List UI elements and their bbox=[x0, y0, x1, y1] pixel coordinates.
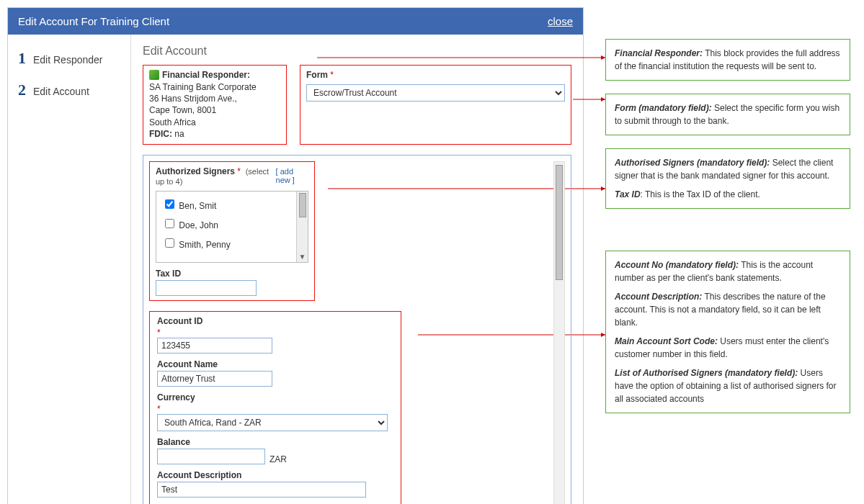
chevron-down-icon[interactable]: ▼ bbox=[299, 251, 306, 262]
responder-line: South Africa bbox=[149, 117, 280, 128]
signer-checkbox[interactable] bbox=[165, 238, 174, 248]
required-marker: * bbox=[157, 404, 161, 414]
form-block: Form * Escrow/Trust Account bbox=[300, 65, 571, 145]
modal-title: Edit Account For Training Client bbox=[18, 15, 169, 27]
in-network-icon bbox=[149, 70, 159, 80]
balance-input[interactable] bbox=[157, 449, 265, 464]
add-new-signer-link[interactable]: [ add new ] bbox=[276, 167, 308, 184]
signer-item[interactable]: Smith, Penny bbox=[161, 233, 292, 253]
scrollbar-thumb[interactable] bbox=[556, 165, 563, 280]
step-number: 1 bbox=[18, 49, 26, 68]
signer-item[interactable]: Ben, Smit bbox=[161, 194, 292, 214]
fdic-label: FDIC: bbox=[149, 129, 172, 139]
wizard-sidebar: 1 Edit Responder 2 Edit Account bbox=[8, 35, 130, 504]
panel-heading: Edit Account bbox=[143, 45, 571, 58]
account-desc-input[interactable] bbox=[157, 482, 366, 498]
details-card: Authorized Signers * (select up to 4) [ … bbox=[143, 155, 571, 504]
signers-label: Authorized Signers bbox=[156, 166, 235, 176]
step-number: 2 bbox=[18, 81, 26, 99]
signer-checkbox[interactable] bbox=[165, 199, 174, 209]
account-id-input[interactable] bbox=[157, 338, 272, 354]
currency-select[interactable]: South Africa, Rand - ZAR bbox=[157, 414, 388, 431]
account-desc-label: Account Description bbox=[157, 470, 393, 480]
signer-item[interactable]: Doe, John bbox=[161, 214, 292, 233]
signer-list: Ben, Smit Doe, John Smith, Penny ▼ bbox=[156, 191, 308, 263]
step-label: Edit Responder bbox=[33, 54, 103, 66]
step-label: Edit Account bbox=[33, 86, 89, 97]
account-name-label: Account Name bbox=[157, 359, 393, 369]
responder-line: 36 Hans Strijdom Ave., bbox=[149, 93, 280, 104]
account-details-block: Account ID * Account Name Currency * So bbox=[149, 311, 401, 504]
signer-name: Smith, Penny bbox=[179, 240, 230, 250]
currency-label: Currency bbox=[157, 392, 393, 402]
note-account-fields: Account No (mandatory field): This is th… bbox=[605, 251, 850, 413]
note-signers-taxid: Authorised Signers (mandatory field): Se… bbox=[605, 148, 850, 209]
required-marker: * bbox=[157, 328, 161, 338]
account-name-input[interactable] bbox=[157, 371, 272, 387]
step-edit-responder[interactable]: 1 Edit Responder bbox=[18, 49, 128, 68]
signer-checkbox[interactable] bbox=[165, 219, 174, 228]
responder-line: Cape Town, 8001 bbox=[149, 104, 280, 116]
signer-scrollbar[interactable]: ▼ bbox=[296, 192, 308, 262]
responder-line: SA Training Bank Corporate bbox=[149, 81, 280, 93]
step-edit-account[interactable]: 2 Edit Account bbox=[18, 81, 128, 99]
form-label: Form bbox=[306, 70, 328, 80]
form-select[interactable]: Escrow/Trust Account bbox=[306, 84, 565, 102]
required-marker: * bbox=[237, 166, 241, 176]
fdic-value: na bbox=[174, 129, 184, 139]
scrollbar-thumb[interactable] bbox=[299, 193, 306, 217]
titlebar: Edit Account For Training Client close bbox=[8, 8, 583, 35]
annotation-notes: Financial Responder: This block provides… bbox=[605, 7, 850, 504]
taxid-label: Tax ID bbox=[156, 269, 308, 279]
main-panel: Edit Account Financial Responder: SA Tra… bbox=[131, 35, 583, 504]
note-form: Form (mandatory field): Select the speci… bbox=[605, 94, 850, 135]
authorized-signers-block: Authorized Signers * (select up to 4) [ … bbox=[149, 161, 315, 301]
modal-window: Edit Account For Training Client close 1… bbox=[7, 7, 584, 504]
signer-name: Ben, Smit bbox=[179, 201, 216, 211]
close-link[interactable]: close bbox=[548, 15, 573, 27]
balance-label: Balance bbox=[157, 437, 393, 447]
signer-name: Doe, John bbox=[179, 220, 218, 230]
card-scrollbar[interactable] bbox=[553, 161, 565, 504]
financial-responder-label: Financial Responder: bbox=[162, 70, 250, 80]
financial-responder-block: Financial Responder: SA Training Bank Co… bbox=[143, 65, 287, 145]
taxid-input[interactable] bbox=[156, 280, 257, 296]
required-marker: * bbox=[330, 70, 334, 80]
account-id-label: Account ID bbox=[157, 316, 393, 326]
balance-currency-suffix: ZAR bbox=[270, 454, 287, 464]
note-financial-responder: Financial Responder: This block provides… bbox=[605, 39, 850, 81]
